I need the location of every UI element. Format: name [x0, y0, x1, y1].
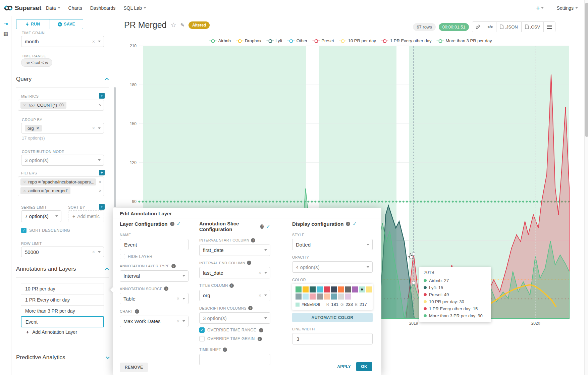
line-width-input[interactable] [292, 333, 373, 344]
superset-logo[interactable]: Superset [4, 4, 41, 12]
color-swatch[interactable] [331, 293, 337, 300]
clear-icon[interactable]: × [259, 270, 261, 275]
info-icon[interactable]: i [258, 337, 262, 341]
override-time-range-row[interactable]: ✓ OVERRIDE TIME RANGEi [199, 327, 270, 333]
rgb-r-value[interactable]: 181 [331, 302, 338, 307]
apply-button[interactable]: APPLY [337, 364, 351, 369]
clear-icon[interactable]: × [92, 126, 95, 130]
info-icon[interactable]: i [170, 222, 174, 226]
remove-metric-icon[interactable]: × [23, 103, 26, 108]
chart-select[interactable]: Max Work Dates × [120, 316, 189, 327]
color-swatch[interactable] [345, 293, 351, 300]
color-swatch[interactable] [338, 286, 344, 292]
predictive-analytics-header[interactable]: Predictive Analytics [16, 354, 109, 361]
datasource-grid-icon[interactable]: ▦ [0, 29, 11, 39]
legend-item[interactable]: Airbnb [209, 38, 231, 43]
nav-item-sql-lab[interactable]: SQL Lab [123, 5, 146, 11]
sort-descending-checkbox[interactable]: ✓ [21, 228, 26, 233]
rgb-g-value[interactable]: 233 [345, 302, 353, 307]
metric-row[interactable]: ×ƒ(x)COUNT(*)? > [18, 100, 104, 111]
save-button[interactable]: + SAVE [50, 19, 83, 29]
run-button[interactable]: RUN [16, 19, 50, 29]
ok-button[interactable]: OK [356, 362, 372, 371]
info-icon[interactable]: i [223, 347, 227, 352]
info-icon[interactable]: i [251, 238, 255, 243]
color-swatch[interactable] [317, 293, 323, 300]
altered-badge[interactable]: Altered [189, 21, 210, 29]
edit-properties-icon[interactable]: ✎ [180, 22, 185, 28]
color-swatch[interactable] [359, 286, 365, 292]
override-time-grain-row[interactable]: OVERRIDE TIME GRAINi [199, 336, 270, 341]
legend-item[interactable]: Preset [312, 38, 334, 43]
legend-item[interactable]: 10 PR per day [339, 38, 376, 43]
scrollbar-thumb[interactable] [585, 3, 588, 137]
hide-layer-row[interactable]: HIDE LAYER [120, 254, 189, 259]
remove-filter-icon[interactable]: × [23, 189, 26, 193]
new-item-button[interactable]: + [536, 4, 544, 12]
expand-caret-icon[interactable]: > [99, 188, 101, 193]
info-icon[interactable]: i [247, 261, 251, 265]
opacity-select[interactable]: 4 option(s) [292, 261, 373, 273]
add-sort-metric-button[interactable]: + [99, 204, 105, 210]
page-scrollbar[interactable] [584, 0, 588, 375]
time-grain-select[interactable]: month × [21, 36, 104, 47]
add-metric-button[interactable]: + [99, 93, 105, 99]
info-icon[interactable]: i [135, 309, 139, 314]
color-swatch[interactable] [331, 286, 337, 292]
color-swatch[interactable] [310, 293, 316, 300]
override-time-grain-checkbox[interactable] [199, 336, 205, 341]
color-swatch[interactable] [310, 286, 316, 292]
legend-item[interactable]: Dropbox [236, 38, 261, 43]
interval-end-select[interactable]: last_date × [199, 267, 270, 278]
annotation-layer-item[interactable]: 10 PR per day [21, 283, 104, 294]
color-swatch[interactable] [303, 293, 309, 300]
series-limit-select[interactable]: 7 option(s) [21, 210, 61, 222]
annotation-layer-item-selected[interactable]: Event [21, 316, 104, 327]
time-shift-input[interactable] [199, 354, 270, 365]
group-by-select[interactable]: org✕ × [21, 123, 104, 133]
color-swatch[interactable] [324, 293, 330, 300]
title-column-select[interactable]: org × [199, 290, 270, 301]
filter-row[interactable]: ×repo = 'apache/incubator-supers... > [20, 178, 101, 185]
hide-layer-checkbox[interactable] [120, 254, 125, 259]
legend-item[interactable]: 1 PR Every other day [381, 38, 432, 43]
color-swatch[interactable] [303, 286, 309, 292]
color-swatch[interactable] [352, 286, 358, 292]
info-icon[interactable]: i [346, 222, 350, 226]
color-swatch[interactable] [338, 293, 344, 300]
sort-by-add-metric[interactable]: +Add metric [68, 210, 104, 222]
annotation-layer-item[interactable]: More than 3 PR per day [21, 305, 104, 316]
legend-item[interactable]: Other [287, 38, 308, 43]
color-swatch[interactable] [345, 286, 351, 292]
automatic-color-button[interactable]: AUTOMATIC COLOR [292, 313, 373, 322]
clear-icon[interactable]: × [177, 319, 179, 324]
description-columns-select[interactable]: 3 option(s) [199, 312, 270, 324]
query-section-header[interactable]: Query [16, 76, 109, 83]
color-swatch[interactable] [296, 293, 302, 300]
export-json-button[interactable]: .JSON [496, 22, 521, 32]
contribution-mode-select[interactable]: 3 option(s) [21, 155, 104, 166]
copy-link-button[interactable] [472, 22, 484, 32]
override-time-range-checkbox[interactable]: ✓ [199, 327, 205, 333]
expand-caret-icon[interactable]: > [99, 179, 101, 184]
expand-caret-icon[interactable]: > [99, 103, 101, 108]
annotations-section-header[interactable]: Annotations and Layers [16, 266, 109, 272]
clear-icon[interactable]: × [259, 293, 261, 298]
embed-code-button[interactable]: </> [484, 22, 496, 32]
nav-item-dashboards[interactable]: Dashboards [90, 5, 116, 11]
add-annotation-layer-button[interactable]: +Add Annotation Layer [26, 329, 77, 335]
collapse-panel-icon[interactable]: ⇥ [0, 19, 11, 29]
color-swatch[interactable] [324, 286, 330, 292]
clear-icon[interactable]: × [92, 39, 95, 44]
style-select[interactable]: Dotted [292, 239, 373, 250]
remove-filter-icon[interactable]: × [23, 180, 26, 184]
annotation-layer-type-select[interactable]: Interval [120, 270, 189, 282]
remove-chip-icon[interactable]: ✕ [36, 126, 39, 130]
sort-descending-row[interactable]: ✓ SORT DESCENDING [21, 228, 70, 233]
info-icon[interactable]: i [248, 306, 253, 310]
info-icon[interactable]: i [229, 283, 234, 288]
interval-start-select[interactable]: first_date [199, 245, 270, 256]
chart-menu-button[interactable] [544, 22, 555, 32]
nav-item-charts[interactable]: Charts [68, 5, 82, 11]
legend-item[interactable]: Lyft [266, 38, 282, 43]
